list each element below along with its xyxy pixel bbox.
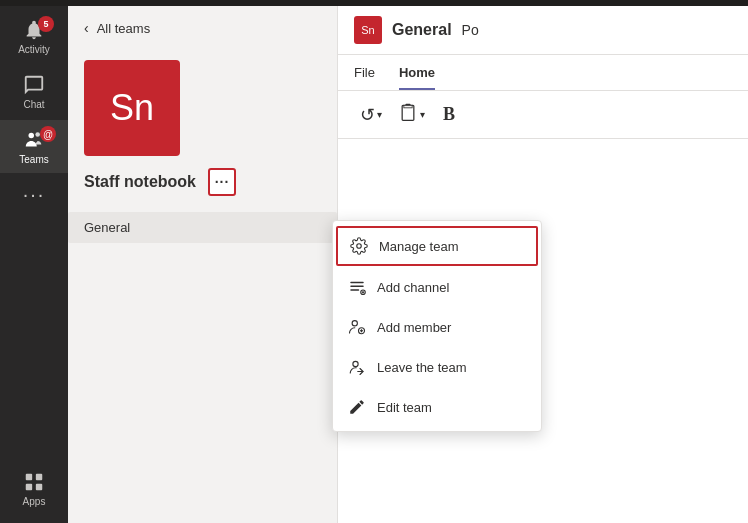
svg-rect-9 — [350, 282, 364, 284]
svg-point-19 — [353, 361, 358, 366]
apps-icon — [22, 470, 46, 494]
sidebar-item-teams-label: Teams — [19, 154, 48, 165]
all-teams-header[interactable]: ‹ All teams — [68, 6, 337, 44]
channel-label: General — [84, 220, 130, 235]
undo-chevron-icon: ▾ — [377, 109, 382, 120]
menu-manage-team-label: Manage team — [379, 239, 459, 254]
edit-icon — [347, 397, 367, 417]
bold-icon: B — [443, 104, 455, 124]
svg-rect-3 — [36, 474, 42, 480]
right-header: Sn General Po — [338, 6, 748, 55]
more-dots-icon: ··· — [23, 183, 46, 206]
app-layout: 5 Activity Chat @ Teams — [0, 6, 748, 523]
tabs-bar: File Home — [338, 55, 748, 91]
menu-add-member-label: Add member — [377, 320, 451, 335]
context-menu: Manage team Add channel — [332, 220, 542, 432]
menu-add-channel-label: Add channel — [377, 280, 449, 295]
activity-badge: 5 — [38, 16, 54, 32]
person-add-icon — [347, 317, 367, 337]
bold-button[interactable]: B — [435, 101, 463, 128]
svg-point-0 — [29, 133, 35, 139]
paste-chevron-icon: ▾ — [420, 109, 425, 120]
svg-rect-10 — [350, 286, 364, 288]
menu-item-add-member[interactable]: Add member — [333, 307, 541, 347]
svg-rect-5 — [36, 484, 42, 490]
tab-file[interactable]: File — [354, 55, 375, 90]
sidebar-item-activity[interactable]: 5 Activity — [0, 10, 68, 63]
menu-edit-team-label: Edit team — [377, 400, 432, 415]
sidebar-bottom: Apps — [0, 462, 68, 523]
right-team-avatar-text: Sn — [361, 24, 374, 36]
list-icon — [347, 277, 367, 297]
team-card: Sn Staff notebook ··· — [68, 44, 337, 212]
svg-rect-11 — [350, 289, 359, 291]
teams-badge: @ — [40, 126, 56, 142]
chat-icon — [22, 73, 46, 97]
menu-item-leave-team[interactable]: Leave the team — [333, 347, 541, 387]
sidebar-item-apps[interactable]: Apps — [0, 462, 68, 515]
paste-button[interactable]: ▾ — [392, 99, 431, 130]
team-avatar-text: Sn — [110, 87, 154, 129]
sidebar-item-apps-label: Apps — [23, 496, 46, 507]
team-name: Staff notebook — [84, 173, 196, 191]
leave-icon — [347, 357, 367, 377]
svg-rect-8 — [404, 105, 412, 108]
sidebar: 5 Activity Chat @ Teams — [0, 6, 68, 523]
undo-button[interactable]: ↺ ▾ — [354, 101, 388, 129]
sidebar-item-activity-label: Activity — [18, 44, 50, 55]
middle-panel: ‹ All teams Sn Staff notebook ··· Genera… — [68, 6, 338, 523]
paste-icon — [398, 102, 418, 127]
sidebar-item-chat[interactable]: Chat — [0, 65, 68, 118]
channel-item-general[interactable]: General — [68, 212, 337, 243]
team-name-row: Staff notebook ··· — [84, 168, 321, 196]
menu-item-edit-team[interactable]: Edit team — [333, 387, 541, 427]
all-teams-label: All teams — [97, 21, 150, 36]
right-channel-name: General — [392, 21, 452, 39]
sidebar-item-chat-label: Chat — [23, 99, 44, 110]
back-arrow-icon: ‹ — [84, 20, 89, 36]
tab-home[interactable]: Home — [399, 55, 435, 90]
svg-rect-2 — [26, 474, 32, 480]
svg-point-15 — [352, 321, 357, 326]
team-avatar: Sn — [84, 60, 180, 156]
gear-icon — [349, 236, 369, 256]
menu-item-manage-team[interactable]: Manage team — [336, 226, 538, 266]
menu-item-add-channel[interactable]: Add channel — [333, 267, 541, 307]
right-extra-text: Po — [462, 22, 479, 38]
more-options-button[interactable]: ··· — [208, 168, 236, 196]
svg-rect-4 — [26, 484, 32, 490]
sidebar-item-more[interactable]: ··· — [0, 175, 68, 214]
menu-leave-team-label: Leave the team — [377, 360, 467, 375]
toolbar: ↺ ▾ ▾ B — [338, 91, 748, 139]
sidebar-item-teams[interactable]: @ Teams — [0, 120, 68, 173]
undo-icon: ↺ — [360, 104, 375, 126]
right-team-avatar: Sn — [354, 16, 382, 44]
